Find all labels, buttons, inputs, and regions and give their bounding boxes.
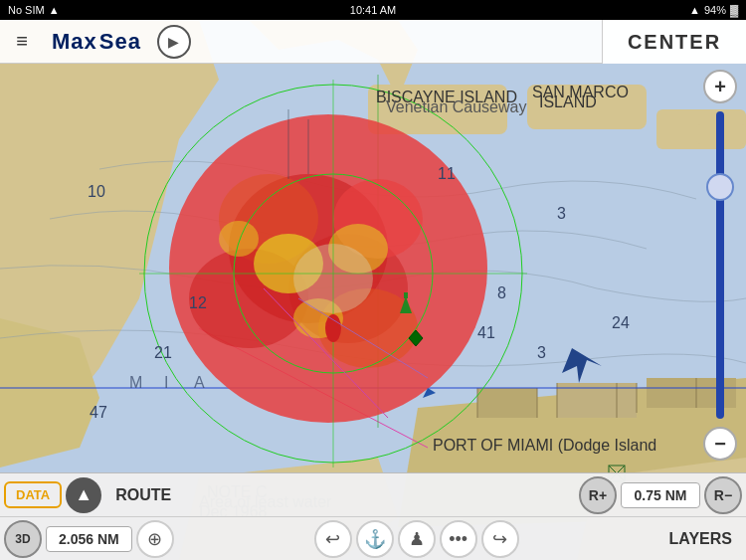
bottom-row-2: 3D 2.056 NM ⊕ ↩ ⚓ ♟ ••• ↪ LAYERS xyxy=(0,517,746,560)
zoom-handle[interactable] xyxy=(706,173,734,201)
status-right: ▲ 94% ▓ xyxy=(689,4,738,16)
redo-button[interactable]: ↪ xyxy=(481,520,519,558)
bottom-toolbar: DATA ▲ ROUTE R+ 0.75 NM R− 3D 2.056 NM ⊕… xyxy=(0,472,746,560)
anchor-icon: ⚓ xyxy=(364,528,386,550)
3d-button[interactable]: 3D xyxy=(4,520,42,558)
zoom-controls: + − xyxy=(702,70,738,461)
brand-sea: Sea xyxy=(99,29,141,55)
status-bar: No SIM ▲ 10:41 AM ▲ 94% ▓ xyxy=(0,0,746,20)
svg-text:Venetian Causeway: Venetian Causeway xyxy=(386,98,526,115)
layers-button[interactable]: LAYERS xyxy=(659,526,742,552)
undo-icon: ↩ xyxy=(325,528,340,550)
r-minus-button[interactable]: R− xyxy=(704,476,742,514)
svg-text:12: 12 xyxy=(189,294,207,311)
compass-icon: ⊕ xyxy=(147,528,162,550)
arrow-up-button[interactable]: ▲ xyxy=(66,477,101,513)
nm-value-display-2: 2.056 NM xyxy=(46,526,132,552)
menu-button[interactable]: ≡ xyxy=(0,20,44,64)
svg-text:21: 21 xyxy=(154,344,172,361)
more-button[interactable]: ••• xyxy=(440,520,477,558)
brand-logo: MaxSea xyxy=(44,29,149,55)
svg-text:41: 41 xyxy=(477,324,495,341)
center-button[interactable]: CENTER xyxy=(602,20,746,64)
more-icon: ••• xyxy=(449,529,467,550)
battery-label: 94% xyxy=(704,4,726,16)
person-button[interactable]: ♟ xyxy=(398,520,436,558)
anchor-button[interactable]: ⚓ xyxy=(356,520,394,558)
svg-text:I: I xyxy=(164,374,168,391)
data-button[interactable]: DATA xyxy=(4,481,62,508)
route-button[interactable]: ROUTE xyxy=(105,482,181,508)
undo-button[interactable]: ↩ xyxy=(314,520,352,558)
person-icon: ♟ xyxy=(409,528,425,550)
nav-icon-button[interactable]: ⊕ xyxy=(136,520,174,558)
status-time: 10:41 AM xyxy=(350,4,396,16)
brand-max: Max xyxy=(52,29,97,55)
svg-text:ISLAND: ISLAND xyxy=(539,93,597,110)
svg-text:11: 11 xyxy=(438,165,456,182)
svg-text:PORT OF MIAMI (Dodge Island: PORT OF MIAMI (Dodge Island xyxy=(433,437,656,454)
play-button[interactable]: ▶ xyxy=(157,25,191,59)
nm-value-display: 0.75 NM xyxy=(621,482,700,508)
status-left: No SIM ▲ xyxy=(8,4,60,16)
svg-text:10: 10 xyxy=(88,183,105,200)
svg-text:47: 47 xyxy=(90,404,107,421)
bottom-row-1: DATA ▲ ROUTE R+ 0.75 NM R− xyxy=(0,473,746,517)
zoom-in-button[interactable]: + xyxy=(703,70,737,103)
wifi-icon: ▲ xyxy=(689,4,700,16)
carrier-label: No SIM xyxy=(8,4,45,16)
zoom-slider[interactable] xyxy=(716,111,724,419)
svg-text:M: M xyxy=(129,374,142,391)
svg-text:8: 8 xyxy=(497,284,506,301)
svg-rect-4 xyxy=(477,388,537,418)
svg-text:3: 3 xyxy=(557,205,566,222)
svg-rect-35 xyxy=(404,292,408,298)
svg-text:A: A xyxy=(194,374,205,391)
svg-text:24: 24 xyxy=(612,314,630,331)
signal-icon: ▲ xyxy=(49,4,60,16)
svg-text:3: 3 xyxy=(537,344,546,361)
zoom-out-button[interactable]: − xyxy=(703,427,737,461)
battery-icon: ▓ xyxy=(730,4,738,16)
svg-point-26 xyxy=(219,221,259,257)
redo-icon: ↪ xyxy=(492,528,507,550)
r-plus-button[interactable]: R+ xyxy=(579,476,617,514)
